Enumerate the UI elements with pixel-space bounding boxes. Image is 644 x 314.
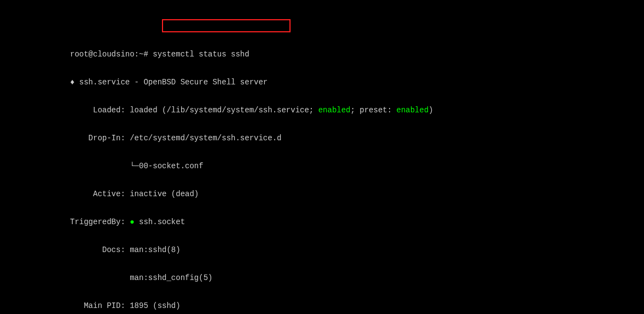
command-text[interactable]: systemctl status sshd: [153, 50, 249, 59]
enabled-status: enabled: [318, 106, 351, 115]
dropin-conf-line: └─00-socket.conf: [70, 162, 633, 171]
loaded-line: Loaded: loaded (/lib/systemd/system/ssh.…: [70, 106, 633, 115]
dropin-line: Drop-In: /etc/systemd/system/ssh.service…: [70, 134, 633, 143]
mainpid-line: Main PID: 1895 (sshd): [70, 301, 633, 311]
triggered-line: TriggeredBy: ● ssh.socket: [70, 218, 633, 227]
shell-prompt: root@cloudsino:~#: [70, 50, 153, 59]
command-highlight-box: [162, 19, 291, 32]
status-dot-icon: ●: [130, 218, 134, 226]
preset-status: enabled: [397, 106, 429, 115]
docs-line-2: man:sshd_config(5): [70, 273, 633, 283]
terminal-output[interactable]: root@cloudsino:~# systemctl status sshd …: [70, 22, 633, 314]
docs-line-1: Docs: man:sshd(8): [70, 246, 633, 255]
service-header: ♦ ssh.service - OpenBSD Secure Shell ser…: [70, 78, 633, 87]
active-line: Active: inactive (dead): [70, 190, 633, 199]
prompt-line-1: root@cloudsino:~# systemctl status sshd: [70, 50, 633, 59]
